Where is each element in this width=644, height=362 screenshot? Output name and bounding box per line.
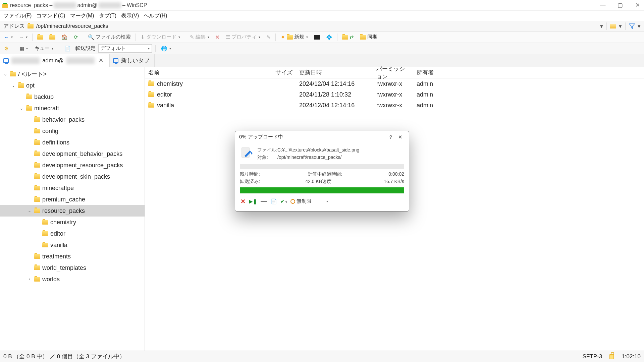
clock-icon bbox=[290, 199, 295, 204]
minimize-transfer-button[interactable]: — bbox=[261, 197, 267, 205]
overall-progress-bar bbox=[240, 187, 404, 193]
dialog-close-button[interactable]: ✕ bbox=[395, 134, 405, 140]
elapsed-value: 0:00:02 bbox=[345, 171, 404, 177]
transfer-to-queue-button[interactable]: 📄 bbox=[271, 198, 277, 204]
move-to-background-button[interactable]: ▶❚ bbox=[249, 198, 257, 204]
remaining-value: 計算中 bbox=[263, 171, 322, 177]
transferred-label: 転送済み: bbox=[240, 179, 263, 185]
dialog-target-label: 対象: bbox=[257, 155, 277, 161]
upload-progress-dialog: 0% アップロード中 ? ✕ ファイル: C:¥...¥textures¥blo… bbox=[235, 131, 409, 212]
remaining-label: 残り時間: bbox=[240, 171, 263, 177]
dialog-file-value: C:¥...¥textures¥blocks¥basalt_side.png bbox=[277, 147, 404, 153]
speed-value: 16.7 KB/s bbox=[345, 179, 404, 185]
elapsed-label: 経過時間: bbox=[322, 171, 345, 177]
dialog-file-label: ファイル: bbox=[257, 147, 277, 153]
dialog-titlebar[interactable]: 0% アップロード中 ? ✕ bbox=[235, 131, 409, 143]
dialog-backdrop: 0% アップロード中 ? ✕ ファイル: C:¥...¥textures¥blo… bbox=[0, 0, 644, 362]
transfer-options-button[interactable]: ✔▾ bbox=[280, 198, 287, 204]
dialog-help-button[interactable]: ? bbox=[386, 134, 395, 140]
file-progress-bar bbox=[240, 164, 404, 169]
transferred-value: 42.0 KB bbox=[263, 179, 322, 185]
dialog-title-text: 0% アップロード中 bbox=[239, 134, 283, 140]
speed-label: 速度 bbox=[322, 179, 345, 185]
speed-limit-label: 無制限 bbox=[297, 198, 312, 204]
speed-limit-button[interactable]: 無制限 ▾ bbox=[290, 198, 328, 204]
dialog-target-value: /opt/minecraft/resource_packs/ bbox=[277, 155, 404, 161]
upload-file-icon bbox=[240, 147, 253, 161]
cancel-transfer-button[interactable]: ✕ bbox=[240, 198, 246, 205]
